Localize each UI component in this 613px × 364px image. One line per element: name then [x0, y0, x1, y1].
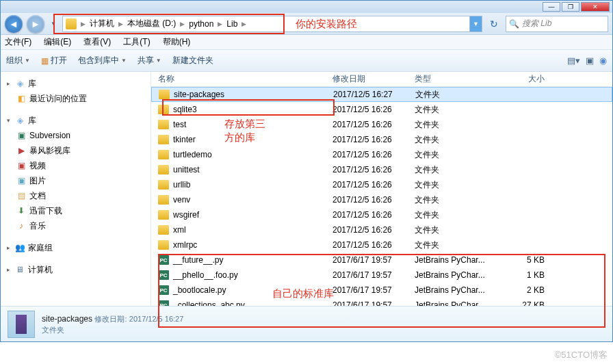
details-folder-icon [8, 311, 35, 338]
subversion-icon: ▣ [16, 130, 27, 141]
sidebar-item-downloads[interactable]: ⬇迅雷下载 [1, 203, 151, 218]
breadcrumb-item[interactable]: Lib [224, 19, 240, 29]
file-name: sqlite3 [173, 105, 197, 114]
collapse-icon[interactable]: ▾ [5, 114, 12, 127]
file-date: 2017/12/5 16:26 [332, 135, 415, 144]
history-dropdown[interactable]: ▼ [49, 17, 58, 31]
back-button[interactable]: ◄ [5, 15, 23, 33]
maximize-button[interactable]: ❐ [562, 2, 579, 12]
table-row[interactable]: wsgiref2017/12/5 16:26文件夹 [151, 207, 612, 222]
file-type: 文件夹 [415, 209, 497, 221]
menu-tools[interactable]: 工具(T) [123, 36, 150, 48]
refresh-button[interactable]: ↻ [486, 16, 501, 31]
table-row[interactable]: sqlite32017/12/5 16:26文件夹 [151, 102, 612, 117]
minimize-button[interactable]: — [543, 2, 560, 12]
table-row[interactable]: xmlrpc2017/12/5 16:26文件夹 [151, 237, 612, 252]
table-row[interactable]: xml2017/12/5 16:26文件夹 [151, 222, 612, 237]
breadcrumb-dropdown[interactable]: ▼ [469, 16, 482, 31]
explorer-window: — ❐ ✕ ◄ ► ▼ ▶ 计算机 ▶ 本地磁盘 (D:) ▶ python ▶… [0, 0, 613, 342]
file-name: xml [173, 225, 186, 235]
breadcrumb-item[interactable]: 本地磁盘 (D:) [125, 18, 179, 29]
sidebar-libraries[interactable]: ▾ ◈ 库 [1, 113, 151, 128]
sidebar-item-documents[interactable]: ▤文档 [1, 188, 151, 203]
help-button[interactable]: ◉ [599, 55, 607, 66]
sidebar-computer[interactable]: ▸ 🖥 计算机 [1, 262, 151, 277]
search-input[interactable]: 🔍 搜索 Lib [506, 16, 608, 32]
sidebar-item-label: 暴风影视库 [29, 144, 70, 157]
table-row[interactable]: site-packages2017/12/5 16:27文件夹 [151, 87, 612, 102]
library-icon: ◈ [14, 78, 25, 89]
expand-icon[interactable]: ▸ [5, 77, 12, 90]
file-type: JetBrains PyChar... [415, 255, 497, 265]
table-row[interactable]: test2017/12/5 16:26文件夹 [151, 117, 612, 132]
navbar: ◄ ► ▼ ▶ 计算机 ▶ 本地磁盘 (D:) ▶ python ▶ Lib ▶… [1, 13, 612, 35]
table-row[interactable]: PC__phello__.foo.py2017/6/17 19:57JetBra… [151, 268, 612, 283]
file-date: 2017/6/17 19:57 [332, 285, 415, 295]
chevron-right-icon[interactable]: ▶ [179, 21, 186, 27]
table-row[interactable]: turtledemo2017/12/5 16:26文件夹 [151, 147, 612, 162]
sidebar-recent[interactable]: ◧ 最近访问的位置 [1, 91, 151, 106]
folder-icon [158, 150, 169, 159]
file-name: xmlrpc [173, 240, 197, 250]
pycharm-file-icon: PC [158, 270, 169, 280]
menu-view[interactable]: 查看(V) [83, 36, 111, 48]
table-row[interactable]: urllib2017/12/5 16:26文件夹 [151, 177, 612, 192]
titlebar: — ❐ ✕ [1, 1, 612, 13]
search-placeholder: 搜索 Lib [522, 18, 551, 29]
column-date[interactable]: 修改日期 [332, 73, 415, 85]
chevron-right-icon[interactable]: ▶ [216, 21, 224, 27]
chevron-right-icon[interactable]: ▶ [117, 21, 125, 27]
details-pane: site-packages 修改日期: 2017/12/5 16:27 文件夹 [1, 306, 612, 341]
open-button[interactable]: ▦打开 [41, 55, 67, 66]
column-size[interactable]: 大小 [497, 73, 551, 85]
close-button[interactable]: ✕ [581, 2, 610, 12]
pycharm-file-icon: PC [158, 285, 169, 295]
sidebar-item-videos[interactable]: ▣视频 [1, 158, 151, 173]
share-button[interactable]: 共享▼ [138, 55, 161, 66]
table-row[interactable]: PC__future__.py2017/6/17 19:57JetBrains … [151, 252, 612, 268]
sidebar-libraries[interactable]: ▸ ◈ 库 [1, 76, 151, 91]
expand-icon[interactable]: ▸ [5, 263, 12, 276]
preview-pane-button[interactable]: ▣ [586, 55, 594, 66]
sidebar-homegroup[interactable]: ▸ 👥 家庭组 [1, 240, 151, 255]
file-name: venv [173, 195, 190, 205]
pycharm-file-icon: PC [158, 255, 169, 265]
sidebar-item-music[interactable]: ♪音乐 [1, 218, 151, 233]
sidebar-item-pictures[interactable]: ▣图片 [1, 173, 151, 188]
table-row[interactable]: tkinter2017/12/5 16:26文件夹 [151, 132, 612, 147]
file-list: 名称 修改日期 类型 大小 site-packages2017/12/5 16:… [151, 72, 612, 306]
homegroup-icon: 👥 [14, 242, 25, 253]
folder-icon [158, 120, 169, 129]
expand-icon[interactable]: ▸ [5, 242, 12, 254]
include-in-library-button[interactable]: 包含到库中▼ [78, 55, 127, 66]
menu-help[interactable]: 帮助(H) [163, 36, 191, 48]
file-type: 文件夹 [415, 179, 497, 191]
new-folder-button[interactable]: 新建文件夹 [172, 55, 213, 66]
search-icon: 🔍 [509, 19, 519, 29]
file-date: 2017/12/5 16:26 [332, 210, 415, 220]
column-name[interactable]: 名称 [158, 73, 332, 85]
sidebar-item-label: Subversion [29, 129, 70, 142]
chevron-right-icon[interactable]: ▶ [79, 21, 87, 27]
table-row[interactable]: PC_collections_abc.py2017/6/17 19:57JetB… [151, 298, 612, 306]
file-name: tkinter [173, 135, 196, 144]
breadcrumb-item[interactable]: python [186, 19, 216, 29]
file-type: 文件夹 [415, 224, 497, 236]
table-row[interactable]: venv2017/12/5 16:26文件夹 [151, 192, 612, 207]
view-options-button[interactable]: ▤▾ [567, 55, 580, 66]
recent-icon: ◧ [16, 93, 27, 104]
menu-edit[interactable]: 编辑(E) [44, 36, 71, 48]
breadcrumb[interactable]: ▶ 计算机 ▶ 本地磁盘 (D:) ▶ python ▶ Lib ▶ ▼ [62, 16, 482, 32]
sidebar-item-videolib[interactable]: ▶暴风影视库 [1, 143, 151, 158]
chevron-right-icon[interactable]: ▶ [240, 21, 248, 27]
file-type: 文件夹 [415, 119, 497, 131]
column-type[interactable]: 类型 [415, 73, 497, 85]
menu-file[interactable]: 文件(F) [5, 36, 31, 48]
table-row[interactable]: unittest2017/12/5 16:26文件夹 [151, 162, 612, 177]
sidebar-item-subversion[interactable]: ▣Subversion [1, 128, 151, 143]
table-row[interactable]: PC_bootlocale.py2017/6/17 19:57JetBrains… [151, 283, 612, 298]
menubar: 文件(F) 编辑(E) 查看(V) 工具(T) 帮助(H) [1, 35, 612, 50]
forward-button[interactable]: ► [27, 15, 44, 33]
breadcrumb-item[interactable]: 计算机 [87, 18, 117, 29]
organize-button[interactable]: 组织▼ [6, 55, 30, 66]
